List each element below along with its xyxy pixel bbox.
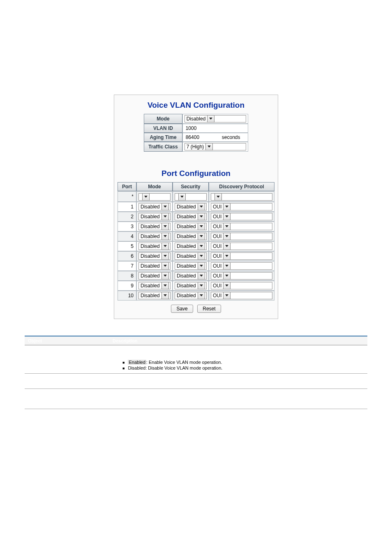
dropdown-arrow-icon xyxy=(205,143,213,150)
desc-row: Aging TimeIndicates the Voice VLAN secur… xyxy=(25,389,367,409)
aging-input[interactable] xyxy=(184,134,214,141)
svg-marker-32 xyxy=(164,294,167,296)
svg-marker-16 xyxy=(225,235,228,237)
svg-marker-30 xyxy=(200,284,203,287)
mode-select-value: Disabled xyxy=(185,116,208,122)
svg-marker-9 xyxy=(200,215,203,217)
port-number: 7 xyxy=(118,261,136,271)
svg-marker-22 xyxy=(225,255,228,257)
port-security-select[interactable]: Disabled xyxy=(175,262,207,270)
save-button[interactable]: Save xyxy=(171,305,193,313)
svg-marker-1 xyxy=(208,146,211,148)
port-discovery-select[interactable]: OUI xyxy=(211,243,272,250)
dropdown-arrow-icon xyxy=(198,203,205,210)
port-mode-select[interactable]: Disabled xyxy=(138,213,171,220)
port-security-select[interactable]: Disabled xyxy=(175,223,207,230)
table-row: 2DisabledDisabledOUI xyxy=(118,212,274,222)
dropdown-arrow-icon xyxy=(223,272,231,280)
port-mode-select[interactable]: Disabled xyxy=(138,282,171,289)
aging-unit: seconds xyxy=(220,133,248,142)
svg-marker-17 xyxy=(164,245,167,247)
port-security-select[interactable]: Disabled xyxy=(175,203,207,210)
desc-bullet: Disabled: Disable Voice VLAN mode operat… xyxy=(122,365,364,371)
table-row: 1DisabledDisabledOUI xyxy=(118,202,274,212)
dropdown-arrow-icon xyxy=(178,193,186,201)
port-security-select[interactable]: Disabled xyxy=(175,282,207,289)
svg-marker-18 xyxy=(200,245,203,247)
table-row: 3DisabledDisabledOUI xyxy=(118,222,274,231)
svg-marker-31 xyxy=(225,284,228,287)
port-discovery-select[interactable]: OUI xyxy=(211,223,272,230)
dropdown-arrow-icon xyxy=(161,262,169,270)
port-mode-select[interactable]: Disabled xyxy=(138,292,171,299)
port-mode-select[interactable]: Disabled xyxy=(138,233,171,240)
port-mode-select[interactable]: Disabled xyxy=(138,203,171,210)
port-number: 8 xyxy=(118,271,136,281)
desc-bullet: Enabled: Enable Voice VLAN mode operatio… xyxy=(122,359,364,365)
col-security: Security xyxy=(173,182,209,191)
dropdown-arrow-icon xyxy=(223,282,231,289)
svg-marker-4 xyxy=(217,196,220,198)
port-number: 6 xyxy=(118,251,136,261)
svg-marker-34 xyxy=(225,294,228,296)
port-mode-select[interactable]: Disabled xyxy=(138,252,171,260)
port-discovery-select[interactable]: OUI xyxy=(211,252,272,260)
port-security-select[interactable]: Disabled xyxy=(175,252,207,260)
dropdown-arrow-icon xyxy=(223,262,231,270)
port-discovery-select[interactable]: OUI xyxy=(211,272,272,280)
port-mode-select[interactable]: Disabled xyxy=(138,223,171,230)
desc-row: VLAN IDIndicates the Voice VLAN ID. It s… xyxy=(25,374,367,389)
desc-object: Aging Time xyxy=(25,389,109,409)
port-number: 10 xyxy=(118,291,136,301)
port-security-select[interactable]: Disabled xyxy=(175,213,207,220)
dropdown-arrow-icon xyxy=(161,252,169,260)
port-discovery-select[interactable]: OUI xyxy=(211,213,272,220)
port-mode-select[interactable] xyxy=(138,193,171,201)
dropdown-arrow-icon xyxy=(198,252,205,260)
dropdown-arrow-icon xyxy=(161,223,169,230)
table-row: 8DisabledDisabledOUI xyxy=(118,271,274,281)
port-discovery-select[interactable]: OUI xyxy=(211,262,272,270)
port-security-select[interactable] xyxy=(175,193,207,201)
svg-marker-7 xyxy=(225,206,228,208)
svg-marker-24 xyxy=(200,265,203,267)
port-mode-select[interactable]: Disabled xyxy=(138,243,171,250)
svg-marker-20 xyxy=(164,255,167,257)
traffic-class-select[interactable]: 7 (High) xyxy=(184,143,246,150)
dropdown-arrow-icon xyxy=(223,292,231,299)
desc-text: Indicates the Voice VLAN mode operation.… xyxy=(109,345,367,374)
description-table: Object Description ModeIndicates the Voi… xyxy=(25,335,367,409)
desc-head-object: Object xyxy=(25,336,109,345)
port-discovery-select[interactable]: OUI xyxy=(211,292,272,299)
port-security-select[interactable]: Disabled xyxy=(175,292,207,299)
dropdown-arrow-icon xyxy=(223,233,231,240)
port-number: 5 xyxy=(118,241,136,251)
table-row: 6DisabledDisabledOUI xyxy=(118,251,274,261)
port-mode-select[interactable]: Disabled xyxy=(138,272,171,280)
svg-marker-2 xyxy=(144,196,148,198)
port-discovery-select[interactable] xyxy=(211,193,272,201)
port-security-select[interactable]: Disabled xyxy=(175,272,207,280)
dropdown-arrow-icon xyxy=(161,272,169,280)
svg-marker-15 xyxy=(200,235,203,237)
port-security-select[interactable]: Disabled xyxy=(175,233,207,240)
port-discovery-select[interactable]: OUI xyxy=(211,203,272,210)
desc-text: Indicates the Voice VLAN secure learning… xyxy=(109,389,367,409)
dropdown-arrow-icon xyxy=(223,203,231,210)
mode-select[interactable]: Disabled xyxy=(184,115,246,123)
vlanid-input[interactable] xyxy=(184,125,246,132)
reset-button[interactable]: Reset xyxy=(197,305,221,313)
port-mode-select[interactable]: Disabled xyxy=(138,262,171,270)
desc-head-desc: Description xyxy=(109,336,367,345)
aging-label: Aging Time xyxy=(144,133,182,142)
svg-marker-19 xyxy=(225,245,228,247)
desc-object: VLAN ID xyxy=(25,374,109,389)
port-discovery-select[interactable]: OUI xyxy=(211,233,272,240)
port-security-select[interactable]: Disabled xyxy=(175,243,207,250)
dropdown-arrow-icon xyxy=(198,233,205,240)
port-number: 3 xyxy=(118,222,136,231)
dropdown-arrow-icon xyxy=(198,223,205,230)
port-discovery-select[interactable]: OUI xyxy=(211,282,272,289)
dropdown-arrow-icon xyxy=(198,262,205,270)
dropdown-arrow-icon xyxy=(223,223,231,230)
